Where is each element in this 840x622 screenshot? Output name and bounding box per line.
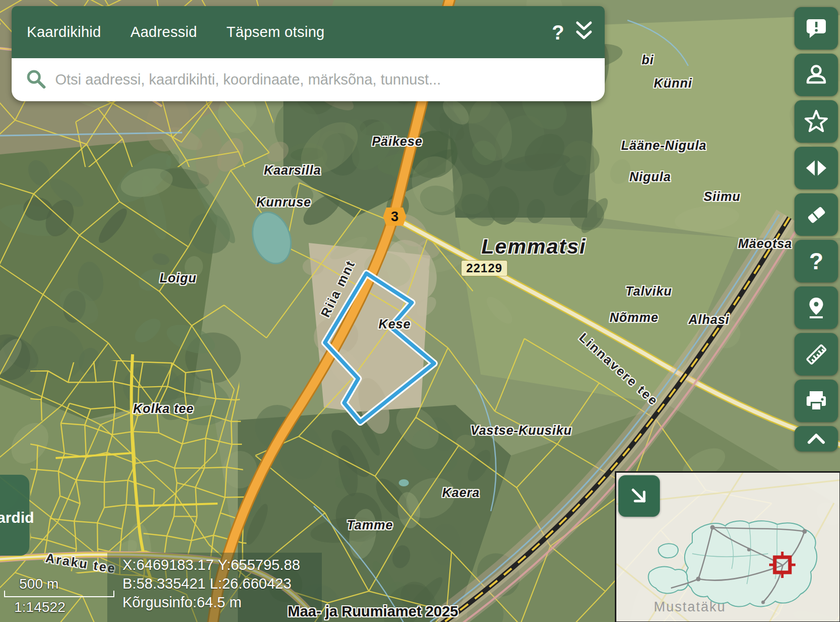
compare-button[interactable] bbox=[794, 147, 838, 189]
help-button[interactable]: ? bbox=[794, 240, 838, 282]
printer-icon bbox=[804, 389, 828, 413]
chevron-up-icon bbox=[804, 430, 828, 447]
star-icon bbox=[804, 109, 829, 134]
feedback-button[interactable] bbox=[794, 7, 838, 50]
user-button[interactable] bbox=[794, 54, 838, 96]
question-icon: ? bbox=[809, 247, 823, 275]
search-panel: Kaardikihid Aadressid Täpsem otsing ? Ot… bbox=[12, 6, 605, 101]
measure-button[interactable] bbox=[794, 333, 838, 376]
vegetation-blob bbox=[303, 258, 324, 275]
favorites-button[interactable] bbox=[794, 100, 838, 143]
minimap-base-label: Mustatäku bbox=[654, 599, 726, 615]
arrow-down-right-icon bbox=[628, 485, 650, 507]
map-application: PäikeseKaarsillaKunruseLoiguLemmatsiKese… bbox=[0, 0, 840, 622]
search-icon bbox=[25, 68, 47, 92]
coord-xy: X:6469183.17 Y:655795.88 bbox=[122, 556, 322, 574]
tab-aadressid[interactable]: Aadressid bbox=[131, 24, 197, 40]
layers-side-tab-label: ardid bbox=[0, 509, 34, 526]
help-icon[interactable]: ? bbox=[552, 21, 564, 44]
eraser-icon bbox=[804, 202, 828, 227]
chevron-double-down-icon[interactable] bbox=[572, 19, 596, 46]
scale-value: 500 m bbox=[19, 576, 114, 590]
location-pin-icon bbox=[804, 296, 828, 320]
search-input[interactable]: Otsi aadressi, kaardikihti, koordinaate,… bbox=[12, 58, 605, 101]
coord-bl: B:58.335421 L:26.660423 bbox=[122, 574, 322, 593]
compare-arrows-icon bbox=[804, 156, 828, 180]
search-placeholder: Otsi aadressi, kaardikihti, koordinaate,… bbox=[55, 71, 441, 88]
panel-tab-bar: Kaardikihid Aadressid Täpsem otsing ? bbox=[12, 6, 605, 58]
map-toolbar: ? bbox=[794, 7, 838, 451]
minimap-expand-button[interactable] bbox=[618, 475, 660, 517]
toolbar-collapse-button[interactable] bbox=[794, 426, 838, 451]
scale-ratio: 1:14522 bbox=[14, 599, 114, 615]
user-icon bbox=[804, 63, 828, 87]
location-button[interactable] bbox=[794, 286, 838, 329]
scale-bar: 500 m 1:14522 bbox=[4, 576, 114, 615]
ruler-icon bbox=[804, 342, 829, 367]
eraser-button[interactable] bbox=[794, 193, 838, 236]
print-button[interactable] bbox=[794, 380, 838, 422]
feedback-icon bbox=[804, 16, 828, 40]
map-attribution: Maa- ja Ruumiamet 2025 bbox=[288, 603, 458, 620]
overview-minimap[interactable]: Mustatäku bbox=[615, 471, 840, 622]
layers-side-tab[interactable]: ardid bbox=[0, 475, 29, 556]
tab-tapsem-otsing[interactable]: Täpsem otsing bbox=[226, 24, 324, 40]
tab-kaardikihid[interactable]: Kaardikihid bbox=[27, 24, 101, 40]
